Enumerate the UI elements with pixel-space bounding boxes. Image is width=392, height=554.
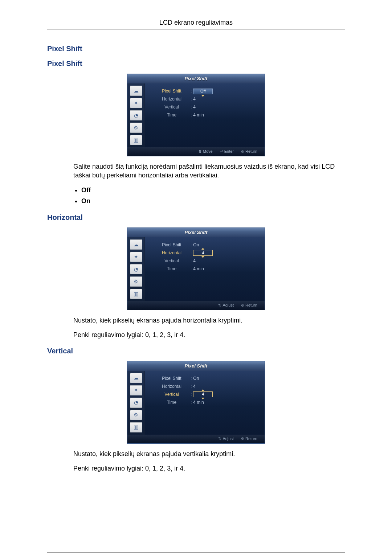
osd-row-pixel-shift: Pixel Shift : On (153, 374, 261, 382)
chevron-down-icon (201, 256, 204, 258)
osd-footer: ⇅Adjust ⊙Return (127, 435, 265, 443)
enter-icon: ⏎ (220, 149, 223, 154)
vertical-description-2: Penki reguliavimo lygiai: 0, 1, 2, 3, ir… (73, 464, 345, 473)
cloud-icon: ☁ (130, 239, 142, 250)
star-icon: ✦ (130, 98, 142, 108)
updown-icon: ⇅ (199, 149, 201, 154)
osd-footer: ⇅Move ⏎Enter ⊙Return (127, 147, 265, 156)
option-off: Off (81, 186, 91, 194)
osd-row-horizontal: Horizontal : 4 (153, 249, 261, 257)
section-pixel-shift-heading: Pixel Shift (47, 44, 345, 54)
star-icon: ✦ (130, 252, 142, 262)
star-icon: ✦ (130, 385, 142, 395)
chevron-up-icon (201, 248, 204, 250)
pixel-shift-description: Galite naudoti šią funkciją norėdami paš… (73, 162, 345, 180)
document-page: LCD ekrano reguliavimas Pixel Shift Pixe… (0, 0, 392, 554)
osd-row-horizontal: Horizontal : 4 (153, 382, 261, 390)
gear-icon: ⚙ (130, 410, 142, 420)
chevron-down-icon (201, 95, 204, 97)
clock-icon: ◔ (130, 264, 142, 274)
section-vertical-heading: Vertical (47, 346, 345, 356)
chevron-down-icon (201, 398, 204, 399)
clock-icon: ◔ (130, 398, 142, 408)
chart-icon: ▥ (130, 422, 142, 432)
osd-screenshot-vertical: Pixel Shift ☁ ✦ ◔ ⚙ ▥ Pixel Shift : On (127, 361, 265, 444)
osd-horizontal-value: 4 (193, 250, 213, 256)
osd-row-vertical: Vertical : 4 (153, 257, 261, 265)
osd-row-time: Time : 4 min (153, 398, 261, 406)
osd-row-vertical: Vertical : 4 (153, 390, 261, 398)
return-icon: ⊙ (241, 149, 244, 154)
page-header: LCD ekrano reguliavimas (47, 18, 345, 29)
osd-title: Pixel Shift (127, 228, 265, 237)
horizontal-description-1: Nustato, kiek pikselių ekranas pajuda ho… (73, 316, 345, 325)
chart-icon: ▥ (130, 289, 142, 299)
option-list: Off On (73, 186, 345, 206)
osd-row-time: Time : 4 min (153, 265, 261, 273)
updown-icon: ⇅ (218, 303, 221, 308)
option-on: On (81, 197, 90, 205)
return-icon: ⊙ (241, 303, 244, 308)
osd-vertical-value: 4 (193, 391, 213, 397)
osd-row-pixel-shift: Pixel Shift : Off (153, 87, 261, 95)
horizontal-description-2: Penki reguliavimo lygiai: 0, 1, 2, 3, ir… (73, 331, 345, 339)
osd-sidebar: ☁ ✦ ◔ ⚙ ▥ (127, 371, 145, 435)
clock-icon: ◔ (130, 110, 142, 120)
chart-icon: ▥ (130, 135, 142, 145)
osd-row-pixel-shift: Pixel Shift : On (153, 241, 261, 249)
osd-screenshot-horizontal: Pixel Shift ☁ ✦ ◔ ⚙ ▥ Pixel Shift : On (127, 227, 265, 310)
cloud-icon: ☁ (130, 373, 142, 383)
chevron-up-icon (201, 389, 204, 391)
osd-sidebar: ☁ ✦ ◔ ⚙ ▥ (127, 83, 145, 147)
osd-row-vertical: Vertical : 4 (153, 103, 261, 111)
osd-title: Pixel Shift (127, 361, 265, 371)
updown-icon: ⇅ (218, 436, 221, 441)
section-horizontal-heading: Horizontal (47, 213, 345, 222)
vertical-description-1: Nustato, kiek pikselių ekranas pajuda ve… (73, 450, 345, 458)
gear-icon: ⚙ (130, 276, 142, 287)
osd-screenshot-pixel-shift: Pixel Shift ☁ ✦ ◔ ⚙ ▥ Pixel Shift : Off (127, 74, 265, 156)
return-icon: ⊙ (241, 436, 244, 441)
osd-row-time: Time : 4 min (153, 111, 261, 119)
osd-pixel-shift-value: Off (193, 89, 213, 94)
osd-sidebar: ☁ ✦ ◔ ⚙ ▥ (127, 237, 145, 301)
osd-title: Pixel Shift (127, 74, 265, 83)
cloud-icon: ☁ (130, 86, 142, 96)
osd-footer: ⇅Adjust ⊙Return (127, 301, 265, 310)
section-pixel-shift-subheading: Pixel Shift (47, 59, 345, 69)
gear-icon: ⚙ (130, 123, 142, 133)
page-footer-rule (47, 553, 345, 553)
osd-row-horizontal: Horizontal : 4 (153, 95, 261, 103)
